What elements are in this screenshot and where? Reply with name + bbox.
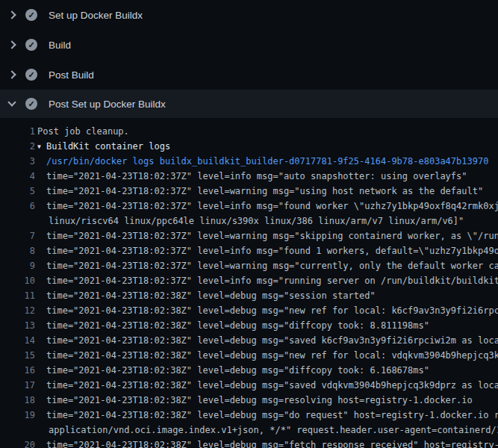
log-text: linux/riscv64 linux/ppc64le linux/s390x … [49,216,464,226]
step-label: Build [49,40,71,51]
log-section: 1Post job cleanup.2▼BuildKit container l… [0,118,498,448]
chevron-right-icon [6,39,18,51]
chevron-right-icon [6,69,18,81]
log-command-text: /usr/bin/docker logs buildx_buildkit_bui… [46,156,488,167]
log-text: time="2021-04-23T18:02:37Z" level=info m… [46,276,498,286]
log-line: 19time="2021-04-23T18:02:38Z" level=debu… [0,408,498,423]
check-circle-icon: ✓ [25,39,37,51]
log-line: application/vnd.oci.image.index.v1+json,… [0,423,498,438]
log-text: Post job cleanup. [37,126,129,137]
line-number[interactable]: 3 [0,156,35,167]
log-text: time="2021-04-23T18:02:38Z" level=debug … [46,350,498,361]
step-header-set-up-docker-buildx[interactable]: ✓Set up Docker Buildx [0,0,498,30]
log-text: time="2021-04-23T18:02:38Z" level=debug … [46,290,376,301]
line-number[interactable]: 18 [0,395,35,405]
chevron-right-icon [7,10,16,19]
log-text: time="2021-04-23T18:02:37Z" level=info m… [46,201,498,211]
log-text: time="2021-04-23T18:02:38Z" level=debug … [46,335,498,346]
log-line: 15time="2021-04-23T18:02:38Z" level=debu… [0,348,498,363]
log-line: 13time="2021-04-23T18:02:38Z" level=debu… [0,318,498,333]
check-circle-icon: ✓ [25,98,37,110]
log-group-title[interactable]: BuildKit container logs [46,141,170,152]
line-number[interactable]: 8 [0,246,35,256]
line-number[interactable]: 13 [0,320,35,331]
log-text: time="2021-04-23T18:02:37Z" level=info m… [46,171,467,181]
log-line: 14time="2021-04-23T18:02:38Z" level=debu… [0,333,498,348]
line-number[interactable]: 14 [0,335,35,346]
log-text: time="2021-04-23T18:02:38Z" level=debug … [46,380,498,391]
log-text: time="2021-04-23T18:02:38Z" level=debug … [46,395,473,405]
chevron-right-icon [7,40,16,49]
log-line: 3/usr/bin/docker logs buildx_buildkit_bu… [0,154,498,169]
log-line: 8time="2021-04-23T18:02:37Z" level=info … [0,243,498,258]
log-line: 1Post job cleanup. [0,124,498,139]
line-number[interactable]: 17 [0,380,35,391]
log-text: time="2021-04-23T18:02:38Z" level=debug … [46,440,498,448]
log-line: 7time="2021-04-23T18:02:37Z" level=warni… [0,228,498,243]
log-line: linux/riscv64 linux/ppc64le linux/s390x … [0,214,498,228]
log-line: 4time="2021-04-23T18:02:37Z" level=info … [0,169,498,184]
line-number[interactable]: 9 [0,261,35,271]
line-number[interactable]: 10 [0,276,35,286]
line-number[interactable]: 20 [0,440,35,448]
line-number[interactable]: 1 [0,126,35,137]
line-number[interactable]: 12 [0,305,35,316]
chevron-right-icon [6,9,18,21]
log-line: 18time="2021-04-23T18:02:38Z" level=debu… [0,393,498,408]
line-number[interactable]: 15 [0,350,35,361]
log-line: 5time="2021-04-23T18:02:37Z" level=warni… [0,184,498,199]
line-number[interactable]: 11 [0,290,35,301]
log-text: time="2021-04-23T18:02:38Z" level=debug … [46,410,498,420]
line-number[interactable]: 19 [0,410,35,420]
check-circle-icon: ✓ [25,9,37,21]
log-line: 12time="2021-04-23T18:02:38Z" level=debu… [0,303,498,318]
log-line: 17time="2021-04-23T18:02:38Z" level=debu… [0,378,498,393]
log-line: 10time="2021-04-23T18:02:37Z" level=info… [0,273,498,288]
step-header-post-build[interactable]: ✓Post Build [0,60,498,90]
step-label: Set up Docker Buildx [49,10,143,21]
log-text: time="2021-04-23T18:02:38Z" level=debug … [46,365,429,376]
chevron-right-icon [7,70,16,78]
line-number[interactable]: 2 [0,141,35,152]
check-circle-icon: ✓ [25,69,37,81]
log-text: application/vnd.oci.image.index.v1+json,… [49,425,498,435]
log-text: time="2021-04-23T18:02:37Z" level=warnin… [46,231,498,241]
log-group-row: 2▼BuildKit container logs [0,139,498,154]
log-line: 20time="2021-04-23T18:02:38Z" level=debu… [0,438,498,448]
log-line: 16time="2021-04-23T18:02:38Z" level=debu… [0,363,498,378]
log-line: 9time="2021-04-23T18:02:37Z" level=warni… [0,258,498,273]
steps-section: ✓Set up Docker Buildx✓Build✓Post Build✓P… [0,0,498,118]
line-number[interactable]: 7 [0,231,35,241]
step-label: Post Build [49,69,94,81]
log-line: 11time="2021-04-23T18:02:38Z" level=debu… [0,288,498,303]
log-text: time="2021-04-23T18:02:38Z" level=debug … [46,305,498,316]
log-text: time="2021-04-23T18:02:37Z" level=info m… [46,246,498,256]
chevron-down-icon [7,98,16,106]
log-text: time="2021-04-23T18:02:37Z" level=warnin… [46,186,483,196]
line-number[interactable]: 6 [0,201,35,211]
step-label: Post Set up Docker Buildx [49,99,166,110]
line-number[interactable]: 5 [0,186,35,196]
line-number[interactable]: 16 [0,365,35,376]
caret-down-icon[interactable]: ▼ [37,143,46,150]
step-header-post-set-up-docker-buildx[interactable]: ✓Post Set up Docker Buildx [0,90,498,118]
step-header-build[interactable]: ✓Build [0,30,498,60]
log-text: time="2021-04-23T18:02:38Z" level=debug … [46,320,429,331]
log-line: 6time="2021-04-23T18:02:37Z" level=info … [0,199,498,214]
chevron-down-icon [6,98,18,110]
log-text: time="2021-04-23T18:02:37Z" level=warnin… [46,261,498,271]
line-number[interactable]: 4 [0,171,35,181]
